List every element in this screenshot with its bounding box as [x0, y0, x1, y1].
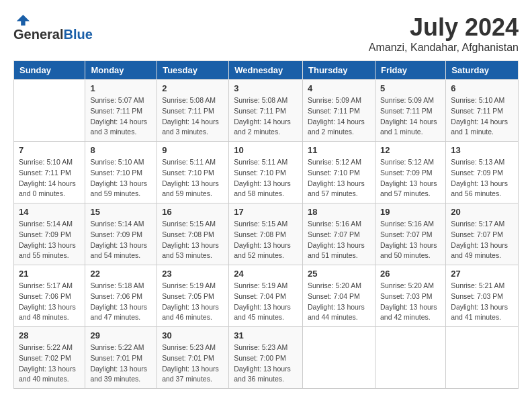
title-section: July 2024 Amanzi, Kandahar, Afghanistan	[369, 13, 519, 54]
calendar-cell: 31Sunrise: 5:23 AMSunset: 7:00 PMDayligh…	[229, 327, 303, 389]
logo-icon	[13, 13, 30, 27]
day-detail: Sunrise: 5:11 AMSunset: 7:10 PMDaylight:…	[234, 157, 298, 199]
calendar-cell: 7Sunrise: 5:10 AMSunset: 7:11 PMDaylight…	[14, 142, 85, 203]
calendar-cell: 4Sunrise: 5:09 AMSunset: 7:11 PMDaylight…	[303, 80, 375, 142]
calendar-cell: 1Sunrise: 5:07 AMSunset: 7:11 PMDaylight…	[85, 80, 157, 142]
day-number: 5	[380, 83, 441, 93]
header: General Blue July 2024 Amanzi, Kandahar,…	[13, 13, 519, 54]
day-detail: Sunrise: 5:18 AMSunset: 7:06 PMDaylight:…	[90, 281, 152, 323]
calendar-cell: 15Sunrise: 5:14 AMSunset: 7:09 PMDayligh…	[85, 203, 157, 265]
day-detail: Sunrise: 5:22 AMSunset: 7:01 PMDaylight:…	[90, 342, 152, 385]
day-detail: Sunrise: 5:20 AMSunset: 7:04 PMDaylight:…	[308, 281, 370, 323]
day-number: 27	[451, 269, 513, 279]
day-detail: Sunrise: 5:21 AMSunset: 7:03 PMDaylight:…	[451, 281, 513, 323]
day-number: 22	[90, 269, 152, 279]
calendar-cell: 17Sunrise: 5:15 AMSunset: 7:08 PMDayligh…	[229, 203, 303, 265]
day-number: 29	[90, 330, 152, 340]
day-detail: Sunrise: 5:12 AMSunset: 7:09 PMDaylight:…	[380, 157, 441, 199]
calendar-cell: 16Sunrise: 5:15 AMSunset: 7:08 PMDayligh…	[157, 203, 229, 265]
day-number: 9	[162, 145, 224, 155]
day-number: 24	[234, 269, 298, 279]
weekday-header-row: SundayMondayTuesdayWednesdayThursdayFrid…	[14, 61, 519, 80]
logo-general: General	[13, 27, 63, 42]
calendar-cell	[303, 327, 375, 389]
day-number: 13	[451, 145, 513, 155]
calendar-cell: 30Sunrise: 5:23 AMSunset: 7:01 PMDayligh…	[157, 327, 229, 389]
day-number: 7	[19, 145, 80, 155]
calendar-cell: 13Sunrise: 5:13 AMSunset: 7:09 PMDayligh…	[446, 142, 519, 203]
day-detail: Sunrise: 5:08 AMSunset: 7:11 PMDaylight:…	[162, 95, 224, 138]
day-number: 3	[234, 83, 298, 93]
day-detail: Sunrise: 5:23 AMSunset: 7:00 PMDaylight:…	[234, 342, 298, 385]
calendar-cell: 25Sunrise: 5:20 AMSunset: 7:04 PMDayligh…	[303, 265, 375, 327]
calendar-week-row: 21Sunrise: 5:17 AMSunset: 7:06 PMDayligh…	[14, 265, 519, 327]
day-detail: Sunrise: 5:16 AMSunset: 7:07 PMDaylight:…	[308, 219, 370, 261]
month-year-title: July 2024	[369, 13, 519, 42]
weekday-header-wednesday: Wednesday	[229, 61, 303, 80]
day-detail: Sunrise: 5:07 AMSunset: 7:11 PMDaylight:…	[90, 95, 152, 138]
day-detail: Sunrise: 5:17 AMSunset: 7:06 PMDaylight:…	[19, 281, 80, 323]
day-detail: Sunrise: 5:13 AMSunset: 7:09 PMDaylight:…	[451, 157, 513, 199]
day-detail: Sunrise: 5:20 AMSunset: 7:03 PMDaylight:…	[380, 281, 441, 323]
calendar-cell: 20Sunrise: 5:17 AMSunset: 7:07 PMDayligh…	[446, 203, 519, 265]
calendar-cell: 22Sunrise: 5:18 AMSunset: 7:06 PMDayligh…	[85, 265, 157, 327]
calendar-cell: 29Sunrise: 5:22 AMSunset: 7:01 PMDayligh…	[85, 327, 157, 389]
calendar-table: SundayMondayTuesdayWednesdayThursdayFrid…	[13, 60, 519, 389]
logo: General Blue	[13, 13, 93, 42]
calendar-week-row: 7Sunrise: 5:10 AMSunset: 7:11 PMDaylight…	[14, 142, 519, 203]
day-detail: Sunrise: 5:19 AMSunset: 7:04 PMDaylight:…	[234, 281, 298, 323]
day-number: 15	[90, 207, 152, 217]
calendar-cell: 3Sunrise: 5:08 AMSunset: 7:11 PMDaylight…	[229, 80, 303, 142]
calendar-cell	[446, 327, 519, 389]
day-detail: Sunrise: 5:17 AMSunset: 7:07 PMDaylight:…	[451, 219, 513, 261]
calendar-cell: 8Sunrise: 5:10 AMSunset: 7:10 PMDaylight…	[85, 142, 157, 203]
day-number: 26	[380, 269, 441, 279]
calendar-cell: 9Sunrise: 5:11 AMSunset: 7:10 PMDaylight…	[157, 142, 229, 203]
day-number: 4	[308, 83, 370, 93]
calendar-cell	[14, 80, 85, 142]
day-number: 2	[162, 83, 224, 93]
day-number: 12	[380, 145, 441, 155]
calendar-cell: 6Sunrise: 5:10 AMSunset: 7:11 PMDaylight…	[446, 80, 519, 142]
day-number: 20	[451, 207, 513, 217]
day-number: 30	[162, 330, 224, 340]
day-number: 14	[19, 207, 80, 217]
day-detail: Sunrise: 5:09 AMSunset: 7:11 PMDaylight:…	[308, 95, 370, 138]
calendar-cell: 12Sunrise: 5:12 AMSunset: 7:09 PMDayligh…	[375, 142, 445, 203]
day-number: 25	[308, 269, 370, 279]
day-number: 10	[234, 145, 298, 155]
day-detail: Sunrise: 5:14 AMSunset: 7:09 PMDaylight:…	[90, 219, 152, 261]
day-detail: Sunrise: 5:22 AMSunset: 7:02 PMDaylight:…	[19, 342, 80, 385]
day-detail: Sunrise: 5:08 AMSunset: 7:11 PMDaylight:…	[234, 95, 298, 138]
calendar-week-row: 1Sunrise: 5:07 AMSunset: 7:11 PMDaylight…	[14, 80, 519, 142]
calendar-cell: 10Sunrise: 5:11 AMSunset: 7:10 PMDayligh…	[229, 142, 303, 203]
location-subtitle: Amanzi, Kandahar, Afghanistan	[369, 42, 519, 54]
calendar-cell	[375, 327, 445, 389]
day-detail: Sunrise: 5:11 AMSunset: 7:10 PMDaylight:…	[162, 157, 224, 199]
day-detail: Sunrise: 5:09 AMSunset: 7:11 PMDaylight:…	[380, 95, 441, 138]
calendar-cell: 24Sunrise: 5:19 AMSunset: 7:04 PMDayligh…	[229, 265, 303, 327]
day-detail: Sunrise: 5:10 AMSunset: 7:11 PMDaylight:…	[451, 95, 513, 138]
day-number: 28	[19, 330, 80, 340]
calendar-cell: 14Sunrise: 5:14 AMSunset: 7:09 PMDayligh…	[14, 203, 85, 265]
day-detail: Sunrise: 5:10 AMSunset: 7:10 PMDaylight:…	[90, 157, 152, 199]
weekday-header-sunday: Sunday	[14, 61, 85, 80]
day-number: 19	[380, 207, 441, 217]
day-detail: Sunrise: 5:16 AMSunset: 7:07 PMDaylight:…	[380, 219, 441, 261]
day-number: 18	[308, 207, 370, 217]
svg-marker-0	[17, 15, 30, 26]
day-number: 8	[90, 145, 152, 155]
day-number: 21	[19, 269, 80, 279]
calendar-week-row: 28Sunrise: 5:22 AMSunset: 7:02 PMDayligh…	[14, 327, 519, 389]
day-number: 23	[162, 269, 224, 279]
calendar-cell: 5Sunrise: 5:09 AMSunset: 7:11 PMDaylight…	[375, 80, 445, 142]
calendar-cell: 27Sunrise: 5:21 AMSunset: 7:03 PMDayligh…	[446, 265, 519, 327]
day-detail: Sunrise: 5:19 AMSunset: 7:05 PMDaylight:…	[162, 281, 224, 323]
day-detail: Sunrise: 5:23 AMSunset: 7:01 PMDaylight:…	[162, 342, 224, 385]
logo-blue: Blue	[63, 27, 92, 42]
day-detail: Sunrise: 5:12 AMSunset: 7:10 PMDaylight:…	[308, 157, 370, 199]
day-detail: Sunrise: 5:10 AMSunset: 7:11 PMDaylight:…	[19, 157, 80, 199]
calendar-cell: 23Sunrise: 5:19 AMSunset: 7:05 PMDayligh…	[157, 265, 229, 327]
day-detail: Sunrise: 5:15 AMSunset: 7:08 PMDaylight:…	[234, 219, 298, 261]
weekday-header-friday: Friday	[375, 61, 445, 80]
